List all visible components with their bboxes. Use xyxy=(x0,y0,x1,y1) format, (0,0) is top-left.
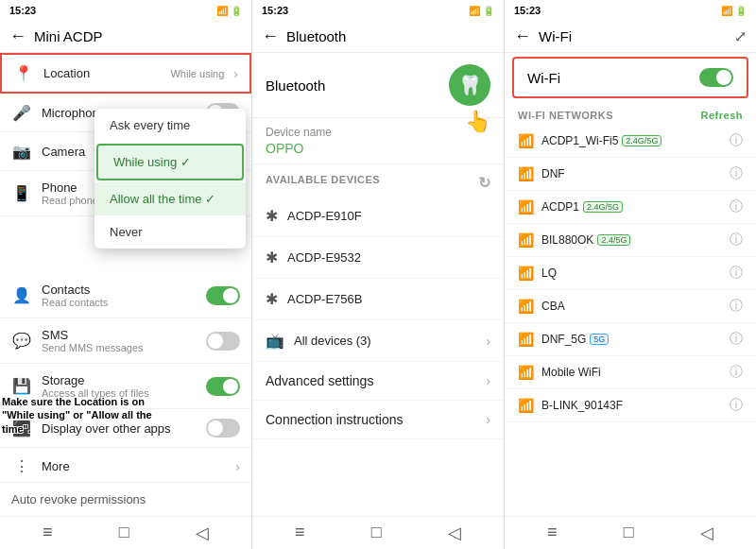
bt-device-all[interactable]: 📺 All devices (3) › xyxy=(252,320,504,362)
connection-chevron-icon: › xyxy=(486,412,490,427)
back-nav-btn-1[interactable]: ◁ xyxy=(196,523,209,543)
wifi-signal-icon-7: 📶 xyxy=(518,332,534,347)
bottom-nav-3: ≡ □ ◁ xyxy=(505,516,756,549)
home-nav-btn-3[interactable]: □ xyxy=(624,523,634,543)
perm-more-label: More xyxy=(42,459,226,473)
device-name-label: Device name xyxy=(266,126,490,139)
bottom-nav-2: ≡ □ ◁ xyxy=(252,516,504,549)
bt-device-name-2: ACDP-E9532 xyxy=(287,250,490,265)
auto-revoke-row[interactable]: Auto revoke permissions xyxy=(0,482,251,516)
status-time-1: 15:23 xyxy=(9,5,36,16)
wifi-name-4: BIL880OK 2.4/5G xyxy=(541,233,722,247)
networks-section: WI-FI NETWORKS Refresh xyxy=(505,102,756,125)
back-button-1[interactable]: ← xyxy=(9,26,26,46)
bluetooth-toggle[interactable]: 🦷 xyxy=(449,64,490,106)
menu-nav-btn-2[interactable]: ≡ xyxy=(295,523,305,543)
device-name-value: OPPO xyxy=(266,141,490,156)
page-title-3: Wi-Fi xyxy=(539,28,572,44)
storage-toggle[interactable] xyxy=(206,377,240,396)
wifi-network-blink[interactable]: 📶 B-LINK_90143F ⓘ xyxy=(505,389,756,422)
perm-location[interactable]: 📍 Location While using › xyxy=(0,53,251,94)
wifi-signal-icon-8: 📶 xyxy=(518,365,534,380)
perm-contacts-label: Contacts xyxy=(42,283,197,297)
wifi-main-row: Wi-Fi xyxy=(512,57,748,98)
top-bar-3: ← Wi-Fi ⤢ xyxy=(505,21,756,53)
wifi-info-1[interactable]: ⓘ xyxy=(730,132,743,149)
wifi-signal-icon-5: 📶 xyxy=(518,266,534,281)
back-button-2[interactable]: ← xyxy=(262,26,279,46)
bt-advanced-settings[interactable]: Advanced settings › xyxy=(252,362,504,401)
wifi-signal-icon-9: 📶 xyxy=(518,398,534,413)
back-nav-btn-2[interactable]: ◁ xyxy=(448,523,461,543)
status-bar-3: 15:23 📶 🔋 xyxy=(505,0,756,21)
storage-icon: 💾 xyxy=(11,377,32,395)
bt-device-e756b[interactable]: ✱ ACDP-E756B xyxy=(252,279,504,320)
status-time-3: 15:23 xyxy=(514,5,541,16)
wifi-network-lq[interactable]: 📶 LQ ⓘ xyxy=(505,257,756,290)
home-nav-btn-1[interactable]: □ xyxy=(119,523,129,543)
panel-bluetooth: 15:23 📶 🔋 ← Bluetooth Bluetooth 🦷 👆 Devi… xyxy=(252,0,505,549)
perm-storage-label: Storage xyxy=(42,373,197,387)
home-nav-btn-2[interactable]: □ xyxy=(371,523,382,543)
wifi-signal-icon-3: 📶 xyxy=(518,199,534,214)
wifi-name-2: DNF xyxy=(541,167,722,180)
page-title-1: Mini ACDP xyxy=(34,28,103,44)
wifi-network-mobile[interactable]: 📶 Mobile WiFi ⓘ xyxy=(505,356,756,389)
wifi-network-cba[interactable]: 📶 CBA ⓘ xyxy=(505,290,756,323)
display-over-toggle[interactable] xyxy=(206,419,240,437)
dropdown-never[interactable]: Never xyxy=(94,215,246,249)
wifi-name-1: ACDP1_Wi-Fi5 2.4G/5G xyxy=(541,134,722,147)
wifi-toggle[interactable] xyxy=(699,68,733,87)
networks-label: WI-FI NETWORKS xyxy=(518,110,613,121)
refresh-button[interactable]: Refresh xyxy=(701,110,743,121)
wifi-info-9[interactable]: ⓘ xyxy=(730,397,743,414)
bt-connection-instructions[interactable]: Connection instructions › xyxy=(252,401,504,439)
top-bar-2: ← Bluetooth xyxy=(252,21,504,53)
bottom-nav-1: ≡ □ ◁ xyxy=(0,516,251,549)
wifi-info-6[interactable]: ⓘ xyxy=(730,298,743,315)
perm-contacts[interactable]: 👤 Contacts Read contacts xyxy=(0,273,251,318)
bluetooth-on-icon: 🦷 xyxy=(458,74,482,96)
wifi-network-dnf5g[interactable]: 📶 DNF_5G 5G ⓘ xyxy=(505,323,756,356)
back-button-3[interactable]: ← xyxy=(514,26,531,46)
all-devices-chevron: › xyxy=(486,334,490,349)
sms-toggle[interactable] xyxy=(206,332,240,351)
wifi-info-5[interactable]: ⓘ xyxy=(730,265,743,282)
dropdown-ask[interactable]: Ask every time xyxy=(94,109,246,142)
perm-sms[interactable]: 💬 SMS Send MMS messages xyxy=(0,318,251,364)
status-icons-2: 📶 🔋 xyxy=(469,6,494,16)
wifi-network-dnf[interactable]: 📶 DNF ⓘ xyxy=(505,158,756,191)
location-icon: 📍 xyxy=(13,64,34,82)
menu-nav-btn-1[interactable]: ≡ xyxy=(43,523,53,543)
bt-device-name-3: ACDP-E756B xyxy=(287,292,490,306)
back-nav-btn-3[interactable]: ◁ xyxy=(700,523,713,543)
wifi-name-5: LQ xyxy=(541,266,722,280)
status-time-2: 15:23 xyxy=(262,5,288,16)
wifi-signal-icon-6: 📶 xyxy=(518,299,534,314)
wifi-info-2[interactable]: ⓘ xyxy=(730,165,743,182)
wifi-info-7[interactable]: ⓘ xyxy=(730,331,743,348)
menu-nav-btn-3[interactable]: ≡ xyxy=(547,523,558,543)
wifi-info-3[interactable]: ⓘ xyxy=(730,198,743,215)
bt-device-e910f[interactable]: ✱ ACDP-E910F xyxy=(252,196,504,237)
bt-device-name-4: All devices (3) xyxy=(294,334,476,348)
contacts-toggle[interactable] xyxy=(206,286,240,305)
wifi-expand-icon[interactable]: ⤢ xyxy=(734,27,747,45)
contacts-icon: 👤 xyxy=(11,286,32,304)
perm-location-value: While using xyxy=(170,68,224,79)
wifi-info-8[interactable]: ⓘ xyxy=(730,364,743,381)
perm-sms-label: SMS xyxy=(42,328,197,342)
perm-more[interactable]: ⋮ More › xyxy=(0,448,251,482)
bt-device-e9532[interactable]: ✱ ACDP-E9532 xyxy=(252,237,504,279)
dropdown-while-using[interactable]: While using ✓ xyxy=(96,144,244,180)
wifi-info-4[interactable]: ⓘ xyxy=(730,232,743,249)
perm-sms-sub: Send MMS messages xyxy=(42,342,197,353)
dropdown-allow-all[interactable]: Allow all the time ✓ xyxy=(94,182,246,215)
available-devices-label: AVAILABLE DEVICES ↻ xyxy=(252,164,504,196)
more-icon: ⋮ xyxy=(11,457,32,475)
top-bar-1: ← Mini ACDP xyxy=(0,21,251,53)
wifi-network-acdp1-wifi5[interactable]: 📶 ACDP1_Wi-Fi5 2.4G/5G ⓘ xyxy=(505,125,756,158)
bluetooth-label: Bluetooth xyxy=(266,77,325,94)
wifi-network-bil880ok[interactable]: 📶 BIL880OK 2.4/5G ⓘ xyxy=(505,224,756,257)
wifi-network-acdp1[interactable]: 📶 ACDP1 2.4G/5G ⓘ xyxy=(505,191,756,224)
